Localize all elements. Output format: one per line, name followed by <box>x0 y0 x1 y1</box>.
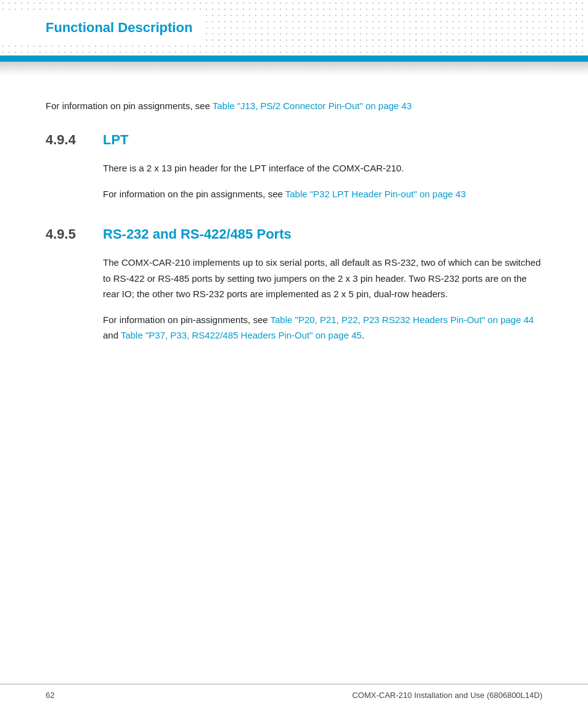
section-494-number: 4.9.4 <box>46 132 86 148</box>
section-495-para-2: For information on pin-assignments, see … <box>103 312 542 343</box>
intro-paragraph: For information on pin assignments, see … <box>46 99 542 113</box>
section-495-link-2[interactable]: Table "P37, P33, RS422/485 Headers Pin-O… <box>121 330 362 340</box>
page-title: Functional Description <box>0 15 202 41</box>
blue-accent-bar <box>0 55 588 62</box>
section-494-para-2: For information on the pin assignments, … <box>103 186 542 202</box>
intro-link[interactable]: Table "J13, PS/2 Connector Pin-Out" on p… <box>213 101 412 111</box>
footer: 62 COMX-CAR-210 Installation and Use (68… <box>0 684 588 706</box>
section-495-title: RS-232 and RS-422/485 Ports <box>103 226 292 242</box>
section-494-heading: 4.9.4 LPT <box>46 132 542 148</box>
section-494-para-2-prefix: For information on the pin assignments, … <box>103 189 285 199</box>
footer-page-number: 62 <box>46 691 54 700</box>
section-495-link-1[interactable]: Table "P20, P21, P22, P23 RS232 Headers … <box>271 314 534 325</box>
section-495-body: The COMX-CAR-210 implements up to six se… <box>103 255 542 343</box>
gray-decorative-bar <box>0 62 588 75</box>
section-495-number: 4.9.5 <box>46 226 86 242</box>
footer-document-title: COMX-CAR-210 Installation and Use (68068… <box>352 691 542 700</box>
header: Functional Description <box>0 0 588 55</box>
section-495-heading: 4.9.5 RS-232 and RS-422/485 Ports <box>46 226 542 242</box>
section-495-para-2-after: . <box>362 330 364 340</box>
section-495: 4.9.5 RS-232 and RS-422/485 Ports The CO… <box>46 226 542 343</box>
section-494: 4.9.4 LPT There is a 2 x 13 pin header f… <box>46 132 542 202</box>
section-495-para-1: The COMX-CAR-210 implements up to six se… <box>103 255 542 302</box>
section-495-para-2-between: and <box>103 330 121 340</box>
intro-text-before-link: For information on pin assignments, see <box>46 101 213 111</box>
main-content: For information on pin assignments, see … <box>0 75 588 405</box>
section-494-body: There is a 2 x 13 pin header for the LPT… <box>103 160 542 202</box>
section-494-title: LPT <box>103 132 129 148</box>
section-495-para-2-prefix: For information on pin-assignments, see <box>103 314 271 325</box>
section-494-link[interactable]: Table "P32 LPT Header Pin-out" on page 4… <box>285 189 466 199</box>
section-494-para-1: There is a 2 x 13 pin header for the LPT… <box>103 160 542 176</box>
